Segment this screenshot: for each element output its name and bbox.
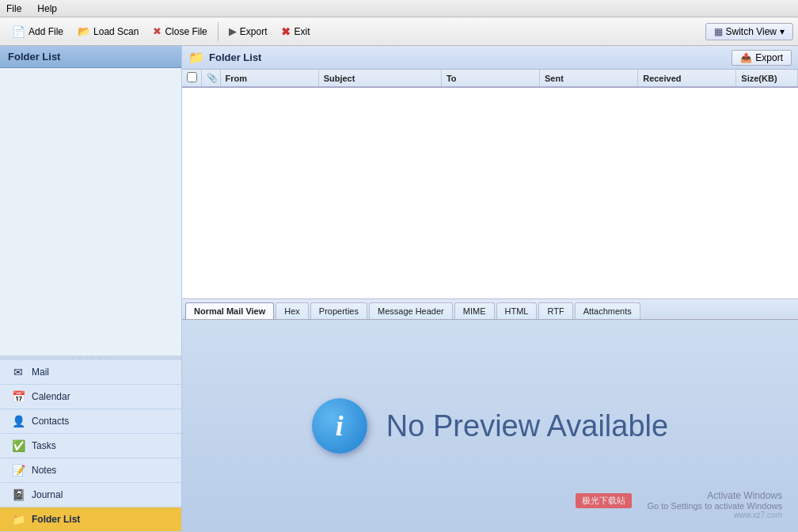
sidebar-tree[interactable] [0,68,181,355]
folder-panel-title: Folder List [209,51,732,63]
toolbar-sep-1 [218,22,218,41]
switch-view-dropdown-icon: ▾ [780,26,785,37]
folder-panel-icon: 📁 [188,50,204,65]
tab-html[interactable]: HTML [496,302,538,319]
export-toolbar-icon: ▶ [229,25,237,37]
attach-icon: 📎 [207,73,218,82]
load-scan-label: Load Scan [93,26,139,37]
close-file-icon: ✖ [153,25,162,37]
nav-tasks-label: Tasks [32,440,56,451]
watermark-url: www.xz7.com [647,511,782,519]
folder-export-icon: 📤 [740,52,752,63]
sidebar-item-notes[interactable]: 📝 Notes [0,458,181,483]
sidebar-item-mail[interactable]: ✉ Mail [0,360,181,385]
switch-view-button[interactable]: ▦ Switch View ▾ [705,23,793,40]
sidebar-item-contacts[interactable]: 👤 Contacts [0,409,181,434]
sidebar-item-journal[interactable]: 📓 Journal [0,483,181,507]
calendar-icon: 📅 [11,390,25,404]
watermark: Activate Windows Go to Settings to activ… [647,490,782,519]
nav-contacts-label: Contacts [32,416,69,427]
load-scan-icon: 📂 [78,25,90,37]
add-file-button[interactable]: 📄 Add File [5,23,70,40]
table-header-row: 📎 From Subject To Sent Received Size(KB) [182,70,798,87]
close-file-label: Close File [165,26,207,37]
load-scan-button[interactable]: 📂 Load Scan [70,23,146,40]
tab-mime[interactable]: MIME [454,302,495,319]
preview-pane: i No Preview Available Activate Windows … [182,320,798,532]
col-checkbox[interactable] [182,70,201,87]
nav-calendar-label: Calendar [32,391,70,402]
add-file-label: Add File [28,26,63,37]
right-panel: 📁 Folder List 📤 Export 📎 [182,46,798,532]
menu-file[interactable]: File [3,2,25,15]
col-attach: 📎 [201,70,220,87]
tab-message-header[interactable]: Message Header [369,302,453,319]
close-file-button[interactable]: ✖ Close File [146,23,214,40]
exit-label: Exit [294,26,310,37]
journal-icon: 📓 [11,488,25,502]
sidebar-item-folder-list[interactable]: 📁 Folder List [0,507,181,532]
export-toolbar-label: Export [240,26,268,37]
sidebar: Folder List · · · · · · ✉ Mail 📅 Calenda… [0,46,182,532]
exit-button[interactable]: ✖ Exit [274,23,317,40]
menu-help[interactable]: Help [34,2,60,15]
nav-mail-label: Mail [32,367,49,378]
no-preview-container: i No Preview Available [312,398,668,454]
menu-bar: File Help [0,0,798,17]
sidebar-item-calendar[interactable]: 📅 Calendar [0,385,181,409]
watermark-line1: Activate Windows [647,490,782,501]
folder-list-icon: 📁 [11,512,25,526]
toolbar-right: ▦ Switch View ▾ [705,23,793,40]
tab-rtf[interactable]: RTF [538,302,572,319]
add-file-icon: 📄 [12,25,25,38]
col-received[interactable]: Received [638,70,736,87]
contacts-icon: 👤 [11,414,25,428]
no-preview-text: No Preview Available [386,409,668,443]
col-from[interactable]: From [220,70,318,87]
toolbar: 📄 Add File 📂 Load Scan ✖ Close File ▶ Ex… [0,17,798,46]
mail-icon: ✉ [11,365,25,379]
folder-export-button[interactable]: 📤 Export [732,50,792,66]
switch-view-icon: ▦ [714,26,723,37]
email-table: 📎 From Subject To Sent Received Size(KB) [182,70,798,88]
tasks-icon: ✅ [11,439,25,453]
col-sent[interactable]: Sent [540,70,638,87]
sidebar-nav: ✉ Mail 📅 Calendar 👤 Contacts ✅ Tasks 📝 N… [0,360,181,532]
exit-icon: ✖ [281,25,291,38]
notes-icon: 📝 [11,463,25,477]
tab-attachments[interactable]: Attachments [575,302,640,319]
col-size[interactable]: Size(KB) [736,70,798,87]
tab-hex[interactable]: Hex [276,302,309,319]
folder-export-label: Export [755,52,783,63]
info-icon: i [312,398,367,454]
watermark-line2: Go to Settings to activate Windows [647,501,782,511]
select-all-checkbox[interactable] [187,72,197,82]
nav-notes-label: Notes [32,465,56,476]
sidebar-header: Folder List [0,46,181,68]
col-to[interactable]: To [441,70,539,87]
switch-view-label: Switch View [726,26,777,37]
nav-folder-list-label: Folder List [32,514,80,525]
tab-normal-mail-view[interactable]: Normal Mail View [185,302,274,319]
folder-panel-header: 📁 Folder List 📤 Export [182,46,798,70]
export-button[interactable]: ▶ Export [222,23,275,40]
watermark-badge: 极光下载站 [576,493,632,508]
nav-journal-label: Journal [32,489,63,500]
sidebar-title: Folder List [8,51,60,63]
tabs-bar: Normal Mail View Hex Properties Message … [182,299,798,320]
sidebar-item-tasks[interactable]: ✅ Tasks [0,434,181,458]
col-subject[interactable]: Subject [318,70,441,87]
email-table-wrapper[interactable]: 📎 From Subject To Sent Received Size(KB) [182,70,798,299]
tab-properties[interactable]: Properties [310,302,367,319]
main-layout: Folder List · · · · · · ✉ Mail 📅 Calenda… [0,46,798,532]
